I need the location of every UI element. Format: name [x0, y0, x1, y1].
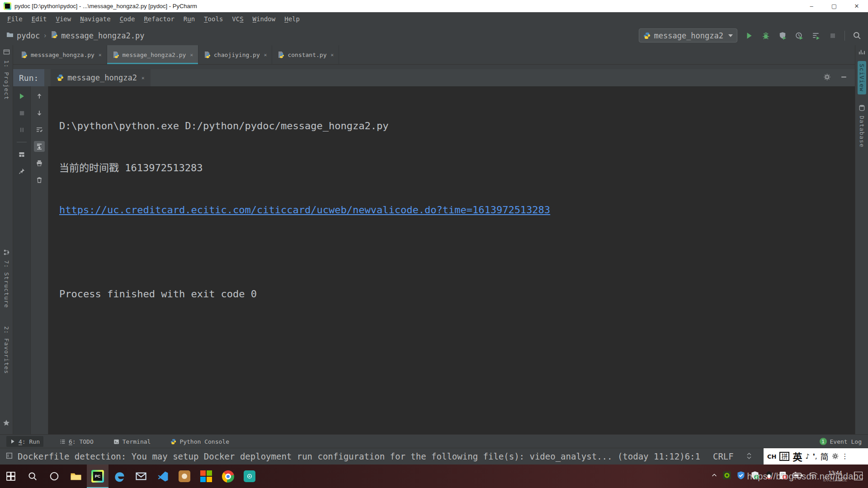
pc-manager-tray-icon[interactable]: [736, 471, 745, 482]
sidebar-item-sciview[interactable]: SciView: [858, 61, 866, 94]
debug-button[interactable]: [761, 31, 771, 41]
tab-label: constant.py: [288, 52, 326, 58]
event-log-widget[interactable]: 1 Event Log: [820, 438, 862, 445]
console-hyperlink[interactable]: https://uc.creditcard.ecitic.com/citicca…: [59, 204, 550, 216]
cortana-icon[interactable]: [43, 465, 65, 488]
start-button[interactable]: [0, 465, 22, 488]
gear-icon[interactable]: [823, 73, 831, 83]
pycharm-taskbar-icon[interactable]: PC: [87, 465, 108, 488]
editor-and-run-area: messsage_hongza.py ✕ message_hongza2.py …: [13, 45, 855, 435]
database-tool-icon: [859, 104, 865, 113]
pin-tab-icon[interactable]: [16, 166, 27, 177]
run-panel-title: Run:: [13, 69, 44, 86]
menu-code[interactable]: Code: [115, 12, 140, 26]
profiler-button[interactable]: [794, 31, 804, 41]
menu-vcs[interactable]: VCS: [227, 12, 248, 26]
ime-pinyin[interactable]: 拼: [779, 452, 789, 461]
down-stacktrace-button[interactable]: [34, 108, 45, 118]
menu-view[interactable]: View: [51, 12, 75, 26]
vscode-icon[interactable]: [152, 465, 174, 488]
window-controls: – ▢ ✕: [800, 0, 868, 12]
status-message[interactable]: Dockerfile detection: You may setup Dock…: [18, 451, 685, 461]
python-icon: [57, 74, 64, 81]
caret-position[interactable]: 6:1: [685, 451, 700, 461]
close-button[interactable]: ✕: [845, 0, 868, 12]
ime-punctuation[interactable]: ❜,: [813, 452, 817, 460]
nvidia-tray-icon[interactable]: [722, 471, 731, 482]
app-icon-brown[interactable]: [174, 465, 195, 488]
close-icon[interactable]: ✕: [142, 75, 145, 81]
tab-message-hongza2[interactable]: message_hongza2.py ✕: [107, 45, 199, 64]
search-everywhere-icon[interactable]: [852, 31, 862, 41]
run-panel-tab[interactable]: message_hongza2 ✕: [51, 69, 150, 86]
run-button[interactable]: [744, 31, 754, 41]
ime-more[interactable]: ⋮: [842, 452, 849, 460]
status-notification-icon[interactable]: [5, 451, 13, 461]
taskbar-search-icon[interactable]: [22, 465, 43, 488]
updown-chevron-icon: [746, 451, 752, 461]
run-configuration-select[interactable]: message_hongza2: [639, 28, 737, 42]
breadcrumb-project[interactable]: pydoc: [17, 31, 40, 40]
tab-messsage-hongza[interactable]: messsage_hongza.py ✕: [15, 45, 107, 64]
python-file-icon: [20, 51, 28, 58]
tool-window-run[interactable]: 4: Run: [6, 436, 43, 447]
close-icon[interactable]: ✕: [99, 52, 102, 58]
ime-settings-gear-icon[interactable]: [832, 451, 839, 461]
close-icon[interactable]: ✕: [264, 52, 267, 58]
clear-all-button[interactable]: [34, 174, 45, 185]
ime-simplified[interactable]: 简: [821, 450, 829, 462]
menu-tools[interactable]: Tools: [199, 12, 227, 26]
chrome-icon[interactable]: [217, 465, 239, 488]
menu-file[interactable]: File: [3, 12, 27, 26]
structure-tool-icon: [3, 249, 10, 258]
sidebar-item-project[interactable]: 1: Project: [3, 60, 10, 100]
ime-language[interactable]: CH: [767, 453, 776, 460]
run-console-output[interactable]: D:\python\python.exe D:/python/pydoc/mes…: [48, 86, 855, 435]
scroll-to-end-button[interactable]: [34, 141, 45, 152]
file-explorer-icon[interactable]: [65, 465, 87, 488]
tab-chaojiying[interactable]: chaojiying.py ✕: [198, 45, 272, 64]
menu-refactor[interactable]: Refactor: [139, 12, 179, 26]
soft-wrap-button[interactable]: [34, 124, 45, 135]
tray-expand-chevron-icon[interactable]: [711, 472, 717, 480]
up-stacktrace-button[interactable]: [34, 91, 45, 102]
mail-app-icon[interactable]: [130, 465, 152, 488]
ime-mode-toggle[interactable]: 英: [793, 450, 802, 463]
close-icon[interactable]: ✕: [331, 52, 334, 58]
rerun-button[interactable]: [16, 91, 27, 102]
menu-edit[interactable]: Edit: [27, 12, 52, 26]
run-configuration-name: message_hongza2: [654, 31, 723, 40]
minimize-button[interactable]: –: [800, 0, 823, 12]
restore-layout-button[interactable]: [16, 149, 27, 160]
terminal-tool-label: Terminal: [123, 438, 151, 445]
screen-recorder-icon[interactable]: [239, 465, 260, 488]
maximize-button[interactable]: ▢: [823, 0, 845, 12]
breadcrumb-file[interactable]: message_hongza2.py: [61, 31, 144, 40]
microsoft-store-icon[interactable]: [195, 465, 217, 488]
tab-constant[interactable]: constant.py ✕: [272, 45, 339, 64]
close-icon[interactable]: ✕: [190, 52, 193, 58]
run-with-coverage-button[interactable]: [778, 31, 788, 41]
menu-window[interactable]: Window: [248, 12, 280, 26]
menu-navigate[interactable]: Navigate: [75, 12, 115, 26]
tool-window-todo[interactable]: 6: TODO: [56, 436, 97, 447]
menu-run[interactable]: Run: [179, 12, 199, 26]
sidebar-item-favorites[interactable]: 2: Favorites: [3, 326, 10, 374]
line-ending-indicator[interactable]: CRLF: [713, 451, 734, 461]
run-concurrency-button[interactable]: [811, 31, 821, 41]
ime-sound[interactable]: ♪: [805, 452, 810, 460]
toolbar-separator: [844, 31, 845, 41]
sidebar-item-database[interactable]: Database: [859, 116, 865, 148]
menu-help[interactable]: Help: [280, 12, 304, 26]
favorites-star-icon[interactable]: [3, 419, 10, 428]
console-line-exit: Process finished with exit code 0: [59, 287, 855, 301]
print-button[interactable]: [34, 158, 45, 169]
hide-panel-icon[interactable]: [840, 73, 848, 83]
sidebar-item-structure[interactable]: 7: Structure: [3, 260, 10, 308]
chevron-down-icon: [728, 34, 733, 37]
left-tool-stripe: 1: Project 7: Structure 2: Favorites: [0, 45, 13, 435]
edge-browser-icon[interactable]: [108, 465, 130, 488]
tool-window-python-console[interactable]: Python Console: [167, 436, 233, 447]
console-line-command: D:\python\python.exe D:/python/pydoc/mes…: [59, 119, 855, 133]
tool-window-terminal[interactable]: Terminal: [110, 436, 155, 447]
